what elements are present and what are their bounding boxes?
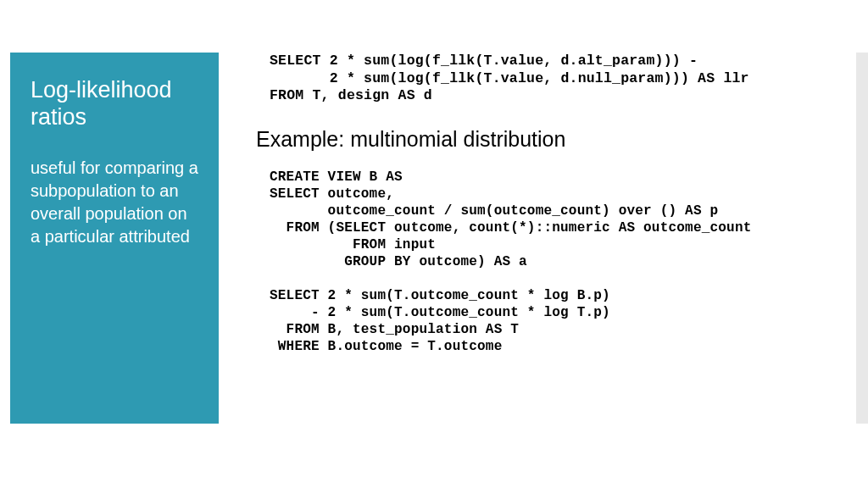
sidebar-subtitle: useful for comparing a subpopulation to … [31,157,198,248]
right-strip [856,53,868,424]
main-content: SELECT 2 * sum(log(f_llk(T.value, d.alt_… [254,53,834,355]
sidebar-title: Log-likelihood ratios [31,76,198,131]
code-block-top: SELECT 2 * sum(log(f_llk(T.value, d.alt_… [270,53,834,105]
code-block-bottom: CREATE VIEW B AS SELECT outcome, outcome… [270,169,834,355]
sidebar-panel: Log-likelihood ratios useful for compari… [10,53,219,424]
example-heading: Example: multinomial distribution [256,127,834,152]
